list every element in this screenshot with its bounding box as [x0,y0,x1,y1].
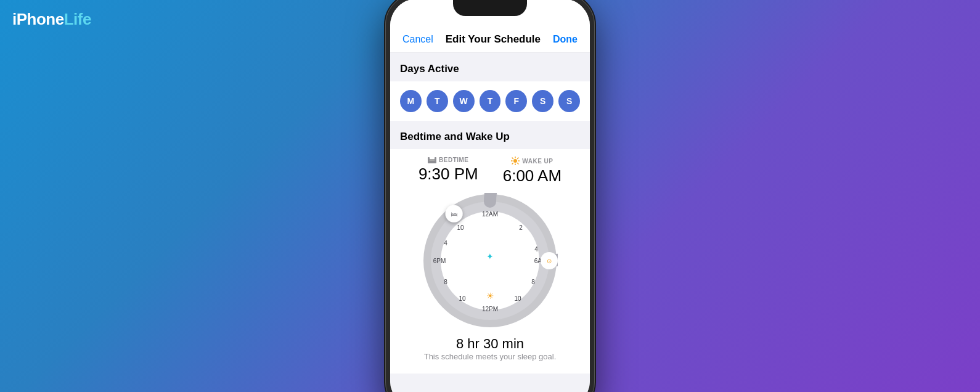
days-active-label: Days Active [390,53,590,81]
svg-text:2: 2 [519,224,523,231]
day-bubble-f[interactable]: F [505,90,527,112]
day-bubble-s[interactable]: S [532,90,553,112]
phone-container: Cancel Edit Your Schedule Done Days Acti… [385,0,595,392]
wakeup-value[interactable]: 6:00 AM [503,166,561,186]
svg-text:⊙: ⊙ [547,258,552,264]
svg-text:10: 10 [457,224,464,231]
bedtime-label: BEDTIME [439,157,469,163]
logo: iPhone Life [12,10,91,29]
sleep-duration: 8 hr 30 min This schedule meets your sle… [400,329,580,364]
bedtime-card: BEDTIME 9:30 PM [390,149,590,374]
day-bubble-s[interactable]: S [558,90,580,112]
bed-icon [428,157,436,163]
center-indicator: ✦ [486,251,494,261]
svg-text:6PM: 6PM [433,258,446,264]
bedtime-col: BEDTIME 9:30 PM [419,157,478,186]
logo-iphone-text: iPhone [12,10,64,29]
svg-text:12PM: 12PM [482,306,498,312]
notch [453,0,527,16]
bedtime-value[interactable]: 9:30 PM [419,165,478,184]
days-active-card: MTWTFSS [390,81,590,121]
clock-dial[interactable]: 12AM 2 4 6AM 8 10 12PM [422,193,558,329]
wakeup-label: WAKE UP [522,158,553,165]
svg-text:4: 4 [444,240,447,247]
nav-bar: Cancel Edit Your Schedule Done [390,26,590,53]
svg-rect-2 [428,157,430,161]
sun-indicator: ☀ [486,291,494,301]
days-row: MTWTFSS [400,90,580,112]
time-row: BEDTIME 9:30 PM [400,157,580,186]
day-bubble-w[interactable]: W [453,90,475,112]
wakeup-label-row: WAKE UP [511,157,553,165]
svg-rect-3 [435,157,436,161]
svg-line-9 [512,158,513,158]
svg-point-4 [513,159,517,163]
status-bar [390,0,590,26]
svg-text:8: 8 [444,279,447,285]
cancel-button[interactable]: Cancel [402,34,433,45]
day-bubble-m[interactable]: M [400,90,422,112]
svg-text:4: 4 [534,246,538,253]
day-bubble-t[interactable]: T [427,90,448,112]
phone-screen: Cancel Edit Your Schedule Done Days Acti… [390,0,590,392]
svg-text:🛏: 🛏 [451,210,457,218]
clock-label-12am: 12AM [482,211,498,218]
svg-line-11 [518,158,518,158]
svg-text:10: 10 [459,295,466,302]
logo-life-text: Life [64,10,91,29]
svg-line-10 [518,163,518,164]
wakeup-col: WAKE UP 6:00 AM [503,157,561,186]
clock-labels-svg: 12AM 2 4 6AM 8 10 12PM [422,193,558,329]
sleep-hours-value: 8 hr 30 min [400,336,580,352]
sleep-goal-text: This schedule meets your sleep goal. [400,352,580,361]
nav-title: Edit Your Schedule [446,33,541,46]
done-button[interactable]: Done [553,34,578,45]
content-area: Days Active MTWTFSS Bedtime and Wake Up [390,53,590,392]
day-bubble-t[interactable]: T [480,90,501,112]
sun-icon [511,157,520,165]
bedtime-label-row: BEDTIME [428,157,469,163]
svg-text:10: 10 [514,295,521,302]
svg-line-12 [512,163,513,164]
phone-outer: Cancel Edit Your Schedule Done Days Acti… [385,0,595,392]
svg-text:8: 8 [531,279,535,285]
bedtime-section-label: Bedtime and Wake Up [390,131,590,149]
